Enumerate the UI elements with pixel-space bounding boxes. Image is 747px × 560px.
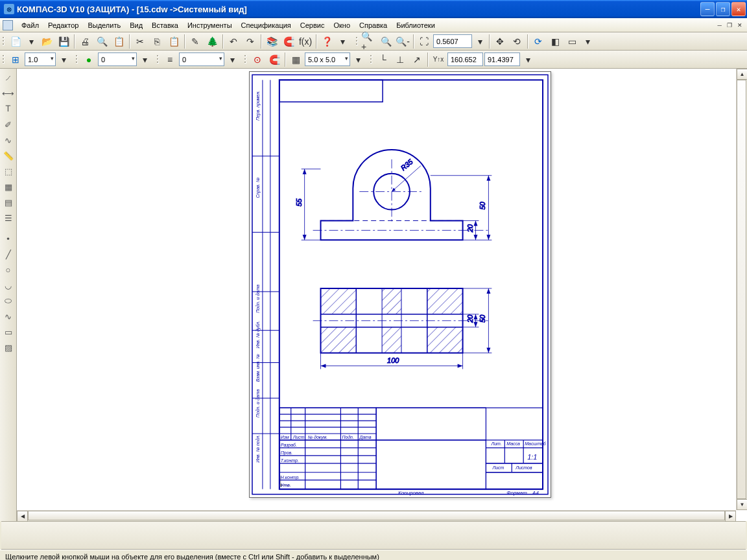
rotate-button[interactable]: ⟲ — [509, 34, 525, 49]
tb-podp-data2: Подп. и дата — [255, 389, 260, 417]
save-button[interactable]: 💾 — [56, 34, 71, 49]
coord-x[interactable]: 160.652 — [447, 52, 483, 66]
app-icon: ⊗ — [4, 4, 14, 14]
mdi-close[interactable]: ✕ — [735, 21, 744, 29]
mdi-restore[interactable]: ❐ — [725, 21, 734, 29]
select-icon[interactable]: ⬚ — [1, 164, 16, 178]
text-icon[interactable]: Ꭲ — [1, 102, 16, 116]
dims-icon[interactable]: ⟷ — [1, 86, 16, 100]
print-button[interactable]: 🖨 — [77, 34, 93, 49]
zoom-window-button[interactable]: 🔍 — [378, 34, 394, 49]
vars-button[interactable]: f(x) — [298, 34, 313, 49]
zoom-value[interactable]: 0.5607 — [433, 34, 472, 48]
hatch-icon[interactable]: ▨ — [1, 340, 16, 355]
menu-window[interactable]: Окно — [329, 20, 355, 30]
scale-combo[interactable]: 1.0 — [25, 52, 56, 66]
menu-tools[interactable]: Инструменты — [183, 20, 237, 30]
canvas[interactable]: Перв. примен. Справ. № Подп. и дата Инв.… — [17, 69, 747, 521]
zoom-in-button[interactable]: 🔍+ — [361, 34, 377, 49]
spline-icon[interactable]: ∿ — [1, 309, 16, 323]
scale-dropdown[interactable]: ▾ — [57, 52, 70, 67]
menu-service[interactable]: Сервис — [296, 20, 329, 30]
coord-dropdown[interactable]: ▾ — [521, 52, 534, 67]
scroll-vertical[interactable]: ▲ ▼ — [736, 69, 747, 510]
windows-dropdown[interactable]: ▾ — [581, 34, 594, 49]
point-icon[interactable]: • — [1, 231, 16, 246]
grid-button[interactable]: ▦ — [288, 52, 303, 67]
cut-button[interactable]: ✂ — [132, 34, 148, 49]
open-button[interactable]: 📂 — [39, 34, 54, 49]
new-button[interactable]: 📄 — [8, 34, 23, 49]
menu-editor[interactable]: Редактор — [43, 20, 83, 30]
svg-text:A4: A4 — [532, 490, 539, 496]
spec-icon[interactable]: ▤ — [1, 195, 16, 209]
layer-dropdown[interactable]: ▾ — [138, 52, 151, 67]
grid-combo[interactable]: 5.0 x 5.0 — [305, 52, 350, 66]
svg-text:Лит.: Лит. — [490, 441, 501, 446]
reports-icon[interactable]: ☰ — [1, 211, 16, 225]
drawing-sheet[interactable]: Перв. примен. Справ. № Подп. и дата Инв.… — [249, 71, 551, 498]
zoom-fit-button[interactable]: ⛶ — [416, 34, 432, 49]
style-dropdown[interactable]: ▾ — [226, 52, 239, 67]
toolbar-state: ⊞ 1.0 ▾ ● 0 ▾ ≡ 0 ▾ ⊙ 🧲 ▦ 5.0 x 5.0 ▾ └ … — [0, 51, 747, 69]
lib-button[interactable]: 📚 — [264, 34, 279, 49]
undo-button[interactable]: ↶ — [226, 34, 241, 49]
statusbar: Щелкните левой кнопкой мыши на объекте д… — [0, 550, 747, 560]
edit-icon[interactable]: ✐ — [1, 117, 16, 132]
properties-button[interactable]: ✎ — [187, 34, 203, 49]
perp-button[interactable]: ⊥ — [392, 52, 408, 67]
menu-help[interactable]: Справка — [355, 20, 392, 30]
redo-button[interactable]: ↷ — [243, 34, 258, 49]
rect-icon[interactable]: ▭ — [1, 325, 16, 339]
menu-file[interactable]: Файл — [17, 20, 43, 30]
round-button[interactable]: ↗ — [409, 52, 425, 67]
circle-icon[interactable]: ○ — [1, 262, 16, 277]
style-combo[interactable]: 0 — [179, 52, 224, 66]
geometry-icon[interactable]: ⟋ — [1, 71, 16, 85]
state-btn[interactable]: ● — [81, 52, 97, 67]
help-dropdown[interactable]: ▾ — [336, 34, 349, 49]
param-icon[interactable]: ∿ — [1, 133, 16, 147]
doc-type-button[interactable]: 📋 — [111, 34, 126, 49]
ellipse-icon[interactable]: ⬭ — [1, 294, 16, 308]
menu-spec[interactable]: Спецификация — [237, 20, 296, 30]
svg-text:Формат: Формат — [506, 490, 527, 496]
grid-dropdown[interactable]: ▾ — [351, 52, 364, 67]
pan-button[interactable]: ✥ — [492, 34, 508, 49]
minimize-button[interactable]: ─ — [700, 2, 715, 16]
tb-vzam: Взам. инв. № — [255, 354, 260, 382]
maximize-button[interactable]: ❐ — [716, 2, 730, 16]
orto-button[interactable]: ⊞ — [8, 52, 23, 67]
assoc-icon[interactable]: ▦ — [1, 180, 16, 194]
svg-rect-80 — [486, 472, 543, 489]
menu-select[interactable]: Выделить — [83, 20, 125, 30]
measure-icon[interactable]: 📏 — [1, 148, 16, 163]
zoom-out-button[interactable]: 🔍- — [395, 34, 410, 49]
help-button[interactable]: ❓ — [319, 34, 335, 49]
windows-button[interactable]: ▭ — [564, 34, 580, 49]
preview-button[interactable]: 🔍 — [94, 34, 110, 49]
menu-insert[interactable]: Вставка — [147, 20, 183, 30]
scroll-horizontal[interactable]: ◀ ▶ — [17, 510, 736, 521]
magnet2-button[interactable]: 🧲 — [267, 52, 282, 67]
magnet-button[interactable]: 🧲 — [281, 34, 296, 49]
style-button[interactable]: ≡ — [162, 52, 178, 67]
arc-icon[interactable]: ◡ — [1, 278, 16, 292]
snap-button[interactable]: ⊙ — [250, 52, 265, 67]
zoom-dropdown[interactable]: ▾ — [473, 34, 486, 49]
tree-button[interactable]: 🌲 — [204, 34, 220, 49]
paste-button[interactable]: 📋 — [166, 34, 182, 49]
property-panel — [1, 521, 746, 550]
new-dropdown[interactable]: ▾ — [25, 34, 38, 49]
copy-button[interactable]: ⎘ — [149, 34, 165, 49]
ortho-button[interactable]: └ — [375, 52, 391, 67]
menu-libs[interactable]: Библиотеки — [392, 20, 440, 30]
redraw-button[interactable]: ⟳ — [530, 34, 546, 49]
close-button[interactable]: ✕ — [731, 2, 746, 16]
coord-y[interactable]: 91.4397 — [484, 52, 520, 66]
mdi-minimize[interactable]: ─ — [716, 21, 724, 29]
hide-button[interactable]: ◧ — [547, 34, 563, 49]
menu-view[interactable]: Вид — [125, 20, 147, 30]
line-icon[interactable]: ╱ — [1, 247, 16, 261]
layer-combo[interactable]: 0 — [98, 52, 137, 66]
